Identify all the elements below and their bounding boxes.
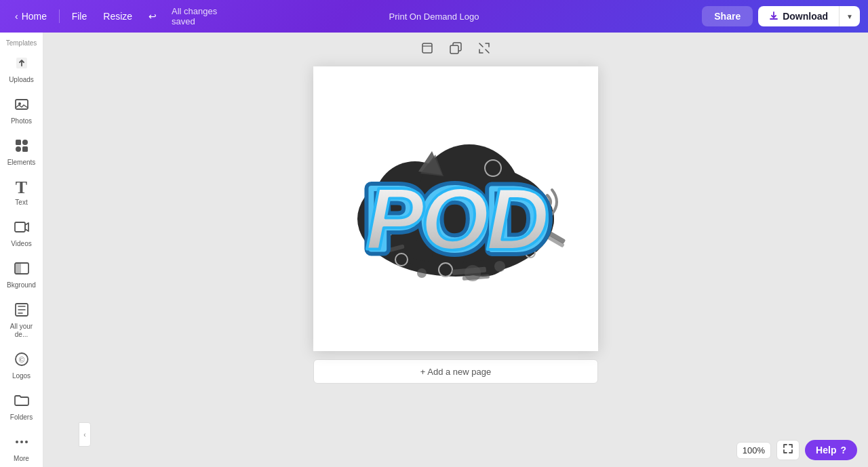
main-layout: Templates Uploads Photos Elements T Text [0, 33, 868, 467]
svg-rect-15 [422, 43, 432, 53]
topbar-left: ‹ Home File Resize ↩ All changes saved [8, 6, 220, 26]
photos-label: Photos [11, 117, 32, 125]
text-icon: T [16, 179, 27, 197]
sidebar-item-bkground[interactable]: Bkground [0, 253, 43, 295]
download-dropdown-button[interactable]: ▼ [839, 6, 860, 26]
download-icon [769, 12, 778, 21]
logos-label: Logos [12, 372, 31, 380]
canvas-action-resize[interactable] [416, 39, 439, 60]
all-designs-label: All your de... [3, 323, 40, 339]
svg-text:POD: POD [366, 169, 548, 268]
sidebar: Templates Uploads Photos Elements T Text [0, 33, 43, 467]
sidebar-item-uploads[interactable]: Uploads [0, 48, 43, 89]
svg-point-39 [417, 268, 427, 278]
svg-rect-5 [16, 146, 21, 152]
sidebar-item-elements[interactable]: Elements [0, 131, 43, 172]
share-button[interactable]: Share [702, 6, 753, 26]
pod-logo-graphic: POD POD POD POD [334, 114, 578, 304]
svg-rect-4 [22, 140, 28, 145]
topbar: ‹ Home File Resize ↩ All changes saved P… [0, 0, 868, 33]
uploads-label: Uploads [9, 76, 34, 84]
project-title: Print On Demand Logo [389, 12, 479, 22]
expand-icon [783, 443, 793, 454]
share-label: Share [714, 11, 741, 22]
topbar-center: Print On Demand Logo [222, 12, 646, 22]
svg-rect-6 [22, 146, 28, 152]
templates-label: Templates [0, 35, 43, 48]
home-button[interactable]: ‹ Home [8, 7, 54, 26]
bottom-bar: 100% Help ? [736, 440, 857, 460]
svg-point-13 [20, 441, 23, 443]
elements-icon [14, 138, 30, 157]
zoom-expand-button[interactable] [776, 440, 800, 460]
help-icon: ? [840, 445, 846, 455]
canvas-action-expand[interactable] [473, 39, 496, 60]
elements-label: Elements [7, 159, 36, 167]
add-page-button[interactable]: + Add a new page [313, 359, 598, 384]
canvas-area: POD POD POD POD [43, 33, 868, 467]
canvas-top-actions [416, 39, 496, 60]
download-label: Download [783, 11, 828, 22]
svg-point-14 [25, 441, 28, 443]
collapse-icon: ‹ [83, 431, 85, 439]
sidebar-item-all-designs[interactable]: All your de... [0, 295, 43, 344]
more-icon [14, 434, 30, 453]
file-label: File [72, 11, 87, 22]
bkground-icon [14, 260, 30, 279]
sidebar-item-photos[interactable]: Photos [0, 89, 43, 131]
download-button[interactable]: Download [758, 6, 839, 26]
canvas-wrapper: POD POD POD POD [313, 66, 598, 384]
sidebar-item-more[interactable]: More [0, 427, 43, 467]
undo-button[interactable]: ↩ [142, 7, 163, 26]
logos-icon: © [14, 351, 30, 370]
svg-rect-16 [450, 45, 458, 54]
undo-icon: ↩ [149, 11, 157, 22]
sidebar-item-text[interactable]: T Text [0, 172, 43, 212]
chevron-down-icon: ▼ [846, 13, 853, 20]
zoom-level: 100% [736, 442, 771, 459]
canvas-page[interactable]: POD POD POD POD [313, 66, 598, 351]
home-label: Home [22, 11, 47, 22]
help-label: Help [816, 445, 836, 455]
sidebar-collapse-button[interactable]: ‹ [79, 422, 91, 447]
svg-text:©: © [18, 355, 24, 365]
save-status: All changes saved [172, 6, 220, 26]
download-button-group: Download ▼ [758, 6, 860, 26]
photos-icon [14, 96, 30, 115]
sidebar-item-videos[interactable]: Videos [0, 212, 43, 253]
uploads-icon [14, 55, 30, 74]
file-button[interactable]: File [65, 7, 94, 26]
folders-label: Folders [10, 413, 33, 422]
svg-rect-7 [15, 222, 25, 232]
sidebar-item-folders[interactable]: Folders [0, 386, 43, 427]
chevron-left-icon: ‹ [15, 11, 18, 22]
all-designs-icon [14, 302, 30, 321]
resize-button[interactable]: Resize [96, 7, 139, 26]
bkground-label: Bkground [7, 281, 36, 289]
svg-point-12 [16, 441, 18, 443]
videos-icon [14, 219, 30, 238]
help-button[interactable]: Help ? [805, 440, 857, 460]
folders-icon [14, 392, 30, 411]
divider [59, 9, 60, 23]
more-label: More [14, 455, 29, 463]
text-label: Text [15, 199, 27, 207]
canvas-action-duplicate[interactable] [444, 39, 467, 60]
topbar-right: Share Download ▼ [648, 6, 860, 26]
add-page-label: + Add a new page [420, 367, 491, 377]
svg-rect-3 [16, 140, 21, 145]
sidebar-item-logos[interactable]: © Logos [0, 344, 43, 386]
videos-label: Videos [11, 240, 31, 248]
resize-label: Resize [103, 11, 132, 22]
